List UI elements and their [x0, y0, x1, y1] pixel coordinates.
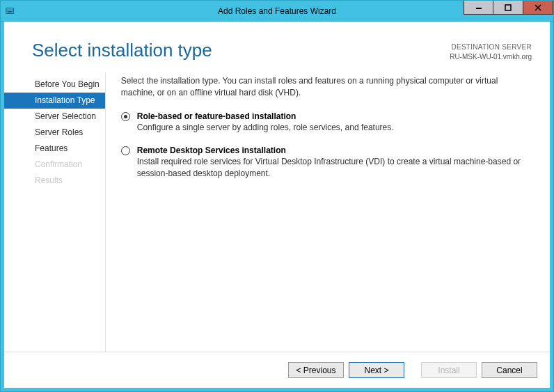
install-button: Install	[421, 362, 477, 378]
destination-server-box: DESTINATION SERVER RU-MSK-WU-01.vmkh.org	[450, 40, 532, 61]
nav-server-selection[interactable]: Server Selection	[4, 109, 105, 125]
option-title: Remote Desktop Services installation	[137, 146, 532, 155]
option-text: Remote Desktop Services installation Ins…	[137, 146, 532, 180]
next-button[interactable]: Next >	[349, 362, 404, 378]
nav-results: Results	[4, 173, 105, 189]
radio-role-based[interactable]	[121, 112, 130, 121]
wizard-nav: Before You Begin Installation Type Serve…	[4, 72, 106, 352]
option-desc: Install required role services for Virtu…	[137, 156, 532, 180]
wizard-footer: < Previous Next > Install Cancel	[4, 352, 550, 388]
cancel-button[interactable]: Cancel	[482, 362, 537, 378]
nav-before-you-begin[interactable]: Before You Begin	[4, 77, 105, 93]
option-title: Role-based or feature-based installation	[137, 111, 532, 121]
option-rds[interactable]: Remote Desktop Services installation Ins…	[121, 146, 532, 180]
nav-confirmation: Confirmation	[4, 157, 105, 173]
page-body: Before You Begin Installation Type Serve…	[4, 68, 550, 352]
page-content: Select the installation type. You can in…	[105, 72, 550, 352]
destination-server: RU-MSK-WU-01.vmkh.org	[450, 52, 532, 62]
wizard-page: Select installation type DESTINATION SER…	[4, 22, 550, 388]
svg-rect-3	[476, 8, 482, 9]
intro-text: Select the installation type. You can in…	[121, 75, 532, 99]
nav-features[interactable]: Features	[4, 141, 105, 157]
title-bar: Add Roles and Features Wizard	[1, 1, 553, 22]
option-text: Role-based or feature-based installation…	[137, 111, 532, 134]
radio-dot-icon	[124, 115, 127, 118]
nav-server-roles[interactable]: Server Roles	[4, 125, 105, 141]
nav-installation-type[interactable]: Installation Type	[4, 93, 105, 109]
svg-rect-4	[505, 5, 511, 10]
minimize-button[interactable]	[464, 1, 493, 15]
option-desc: Configure a single server by adding role…	[137, 122, 532, 134]
page-title: Select installation type	[32, 40, 212, 61]
radio-rds[interactable]	[121, 146, 130, 155]
maximize-button[interactable]	[493, 1, 523, 15]
svg-rect-0	[6, 8, 14, 13]
destination-label: DESTINATION SERVER	[450, 42, 532, 52]
app-icon	[5, 6, 16, 17]
window-controls	[464, 1, 553, 15]
option-role-based[interactable]: Role-based or feature-based installation…	[121, 111, 532, 134]
svg-rect-2	[8, 11, 13, 13]
wizard-window: Add Roles and Features Wizard Select ins…	[0, 0, 554, 392]
page-header: Select installation type DESTINATION SER…	[4, 22, 550, 68]
close-button[interactable]	[523, 1, 553, 15]
previous-button[interactable]: < Previous	[288, 362, 344, 378]
client-area: Select installation type DESTINATION SER…	[1, 22, 553, 391]
